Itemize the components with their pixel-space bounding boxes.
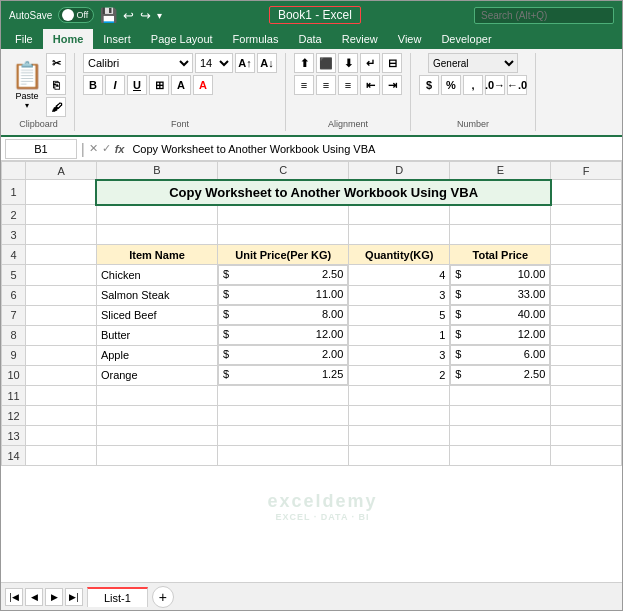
col-header-c[interactable]: C	[218, 162, 349, 180]
ribbon-tabs: File Home Insert Page Layout Formulas Da…	[1, 29, 622, 49]
table-row: 1 Copy Worksheet to Another Workbook Usi…	[2, 180, 622, 205]
spreadsheet[interactable]: A B C D E F 1 Copy Worksheet to Another …	[1, 161, 622, 582]
table-row: 5 Chicken $2.50 4 $10.00	[2, 265, 622, 286]
table-row: 10 Orange $1.25 2 $2.50	[2, 365, 622, 386]
tab-page-layout[interactable]: Page Layout	[141, 29, 223, 49]
table-header-row: 4 Item Name Unit Price(Per KG) Quantity(…	[2, 245, 622, 265]
italic-button[interactable]: I	[105, 75, 125, 95]
th-quantity[interactable]: Quantity(KG)	[349, 245, 450, 265]
font-name-select[interactable]: Calibri	[83, 53, 193, 73]
tab-home[interactable]: Home	[43, 29, 94, 49]
tab-view[interactable]: View	[388, 29, 432, 49]
cut-button[interactable]: ✂	[46, 53, 66, 73]
table-row: 12	[2, 406, 622, 426]
align-left-btn[interactable]: ≡	[294, 75, 314, 95]
th-item-name[interactable]: Item Name	[96, 245, 217, 265]
table-row: 2	[2, 205, 622, 225]
cell-b1-title[interactable]: Copy Worksheet to Another Workbook Using…	[96, 180, 550, 205]
alignment-group: ⬆ ⬛ ⬇ ↵ ⊟ ≡ ≡ ≡ ⇤ ⇥ Alignment	[290, 53, 411, 131]
redo-icon[interactable]: ↪	[140, 8, 151, 23]
tab-data[interactable]: Data	[288, 29, 331, 49]
col-header-d[interactable]: D	[349, 162, 450, 180]
fx-icon[interactable]: fx	[115, 143, 125, 155]
table-row: 6 Salmon Steak $11.00 3 $33.00	[2, 285, 622, 305]
clipboard-group: 📋 Paste ▾ ✂ ⎘ 🖌 Clipboard	[7, 53, 75, 131]
ribbon-content: 📋 Paste ▾ ✂ ⎘ 🖌 Clipboard Calibri	[1, 49, 622, 137]
search-bar	[467, 7, 614, 24]
merge-center-btn[interactable]: ⊟	[382, 53, 402, 73]
table-row: 13	[2, 426, 622, 446]
align-center-btn[interactable]: ≡	[316, 75, 336, 95]
dropdown-icon[interactable]: ▾	[157, 10, 162, 21]
save-icon[interactable]: 💾	[100, 7, 117, 23]
fill-color-button[interactable]: A	[171, 75, 191, 95]
align-top-btn[interactable]: ⬆	[294, 53, 314, 73]
table-row: 8 Butter $12.00 1 $12.00	[2, 325, 622, 345]
font-color-button[interactable]: A	[193, 75, 213, 95]
tab-review[interactable]: Review	[332, 29, 388, 49]
title-bar-left: AutoSave Off 💾 ↩ ↪ ▾	[9, 7, 162, 23]
currency-btn[interactable]: $	[419, 75, 439, 95]
decrease-indent-btn[interactable]: ⇤	[360, 75, 380, 95]
name-box[interactable]	[5, 139, 77, 159]
sheet-nav-prev[interactable]: ◀	[25, 588, 43, 606]
table-row: 11	[2, 386, 622, 406]
table-row: 14	[2, 446, 622, 466]
decrease-font-btn[interactable]: A↓	[257, 53, 277, 73]
title-bar: AutoSave Off 💾 ↩ ↪ ▾ Book1 - Excel	[1, 1, 622, 29]
wrap-text-btn[interactable]: ↵	[360, 53, 380, 73]
percent-btn[interactable]: %	[441, 75, 461, 95]
tab-insert[interactable]: Insert	[93, 29, 141, 49]
font-group: Calibri 14 A↑ A↓ B I U ⊞ A A Font	[79, 53, 286, 131]
formula-sep: |	[81, 141, 85, 157]
paste-button[interactable]: 📋 Paste ▾	[11, 60, 43, 110]
formula-input[interactable]	[128, 139, 618, 159]
sheet-nav-next[interactable]: ▶	[45, 588, 63, 606]
decrease-decimal-btn[interactable]: ←.0	[507, 75, 527, 95]
number-format-select[interactable]: General	[428, 53, 518, 73]
underline-button[interactable]: U	[127, 75, 147, 95]
col-header-f[interactable]: F	[551, 162, 622, 180]
tab-formulas[interactable]: Formulas	[223, 29, 289, 49]
copy-button[interactable]: ⎘	[46, 75, 66, 95]
sheet-nav-first[interactable]: |◀	[5, 588, 23, 606]
col-header-b[interactable]: B	[96, 162, 217, 180]
search-input[interactable]	[474, 7, 614, 24]
workbook-title: Book1 - Excel	[168, 8, 461, 22]
align-right-btn[interactable]: ≡	[338, 75, 358, 95]
cancel-formula-icon[interactable]: ✕	[89, 142, 98, 155]
th-total-price[interactable]: Total Price	[450, 245, 551, 265]
comma-btn[interactable]: ,	[463, 75, 483, 95]
align-middle-btn[interactable]: ⬛	[316, 53, 336, 73]
sheet-tab-bar: |◀ ◀ ▶ ▶| List-1 +	[1, 582, 622, 610]
format-painter-button[interactable]: 🖌	[46, 97, 66, 117]
align-bottom-btn[interactable]: ⬇	[338, 53, 358, 73]
tab-file[interactable]: File	[5, 29, 43, 49]
autosave-toggle[interactable]: Off	[58, 7, 94, 23]
tab-developer[interactable]: Developer	[431, 29, 501, 49]
sheet-table: A B C D E F 1 Copy Worksheet to Another …	[1, 161, 622, 466]
paste-icon: 📋	[11, 60, 43, 91]
sheet-nav-last[interactable]: ▶|	[65, 588, 83, 606]
table-row: 7 Sliced Beef $8.00 5 $40.00	[2, 305, 622, 325]
increase-indent-btn[interactable]: ⇥	[382, 75, 402, 95]
bold-button[interactable]: B	[83, 75, 103, 95]
confirm-formula-icon[interactable]: ✓	[102, 142, 111, 155]
increase-decimal-btn[interactable]: .0→	[485, 75, 505, 95]
undo-icon[interactable]: ↩	[123, 8, 134, 23]
cell-f1[interactable]	[551, 180, 622, 205]
font-size-select[interactable]: 14	[195, 53, 233, 73]
formula-bar: | ✕ ✓ fx	[1, 137, 622, 161]
row-header-1: 1	[2, 180, 26, 205]
th-unit-price[interactable]: Unit Price(Per KG)	[218, 245, 349, 265]
increase-font-btn[interactable]: A↑	[235, 53, 255, 73]
col-header-a[interactable]: A	[26, 162, 97, 180]
add-sheet-button[interactable]: +	[152, 586, 174, 608]
col-header-e[interactable]: E	[450, 162, 551, 180]
cell-a1[interactable]	[26, 180, 97, 205]
sheet-tab-list1[interactable]: List-1	[87, 587, 148, 607]
autosave-state: Off	[76, 10, 88, 20]
cell-item-0[interactable]: Chicken	[96, 265, 217, 286]
border-button[interactable]: ⊞	[149, 75, 169, 95]
table-row: 3	[2, 225, 622, 245]
